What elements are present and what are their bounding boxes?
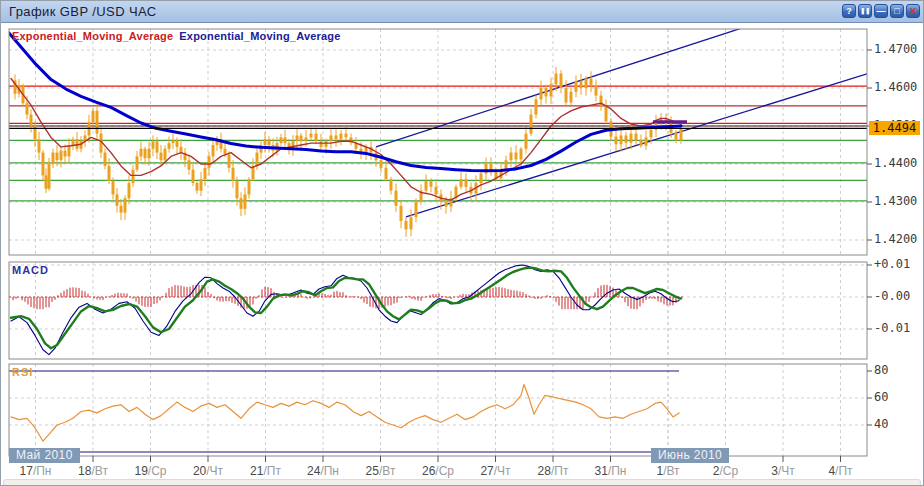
current-price-badge: 1.4494 bbox=[869, 121, 920, 135]
date-axis-label: 17/Пн bbox=[13, 464, 59, 478]
price-axis-label: 1.4600 bbox=[874, 80, 917, 94]
date-axis-label: 1/Вт bbox=[645, 464, 691, 478]
pause-button[interactable]: ❚❚ bbox=[858, 4, 872, 18]
rsi-line bbox=[11, 385, 679, 442]
chart-window: График GBP /USD ЧАС ? ❚❚ — □ ✕ Exponenti… bbox=[0, 0, 924, 486]
chart-canvas[interactable] bbox=[1, 23, 923, 485]
main-chart-panel bbox=[9, 26, 867, 255]
rsi-axis-label: 80 bbox=[874, 363, 888, 377]
date-axis-label: 19/Ср bbox=[128, 464, 174, 478]
chart-area: Exponential_Moving_AverageExponential_Mo… bbox=[1, 23, 923, 485]
macd-label: MACD bbox=[12, 264, 49, 276]
date-axis-label: 27/Чт bbox=[473, 464, 519, 478]
ema-legend-slow: Exponential_Moving_Average bbox=[179, 30, 340, 42]
date-axis-label: 21/Пт bbox=[243, 464, 289, 478]
maximize-button[interactable]: □ bbox=[890, 4, 904, 18]
date-axis-label: 4/Пт bbox=[818, 464, 864, 478]
date-axis-label: 3/Чт bbox=[760, 464, 806, 478]
macd-axis-label: +0.01 bbox=[874, 257, 910, 271]
ema-slow-line bbox=[9, 33, 681, 171]
date-axis-label: 18/Вт bbox=[70, 464, 116, 478]
rsi-panel bbox=[9, 364, 867, 456]
window-title: График GBP /USD ЧАС bbox=[9, 1, 157, 22]
date-axis-label: 20/Чт bbox=[185, 464, 231, 478]
rsi-axis-label: 60 bbox=[874, 390, 888, 404]
date-axis-label: 26/Ср bbox=[415, 464, 461, 478]
window-controls: ? ❚❚ — □ ✕ bbox=[842, 4, 920, 18]
horizontal-scrollbar[interactable] bbox=[3, 479, 921, 486]
price-axis-label: 1.4400 bbox=[874, 156, 917, 170]
close-button[interactable]: ✕ bbox=[906, 4, 920, 18]
price-axis-label: 1.4700 bbox=[874, 42, 917, 56]
month-badge-june: Июнь 2010 bbox=[651, 448, 729, 463]
price-axis-label: 1.4200 bbox=[874, 232, 917, 246]
trend-channel-lower bbox=[406, 74, 867, 217]
price-axis-label: 1.4300 bbox=[874, 194, 917, 208]
date-axis-label: 28/Пт bbox=[530, 464, 576, 478]
macd-axis-label: -0.00 bbox=[874, 289, 910, 303]
date-axis-label: 24/Пн bbox=[300, 464, 346, 478]
macd-axis-label: -0.01 bbox=[874, 321, 910, 335]
indicator-legend: Exponential_Moving_AverageExponential_Mo… bbox=[12, 30, 347, 42]
macd-panel bbox=[9, 262, 867, 359]
date-axis-label: 31/Пн bbox=[588, 464, 634, 478]
minimize-button[interactable]: — bbox=[874, 4, 888, 18]
help-button[interactable]: ? bbox=[842, 4, 856, 18]
month-badge-may: Май 2010 bbox=[9, 448, 80, 463]
rsi-axis-label: 40 bbox=[874, 417, 888, 431]
ema-legend-fast: Exponential_Moving_Average bbox=[12, 30, 173, 42]
date-axis-label: 2/Ср bbox=[703, 464, 749, 478]
window-titlebar[interactable]: График GBP /USD ЧАС ? ❚❚ — □ ✕ bbox=[1, 1, 923, 23]
date-axis-label: 25/Вт bbox=[358, 464, 404, 478]
rsi-label: RSI bbox=[12, 366, 33, 378]
